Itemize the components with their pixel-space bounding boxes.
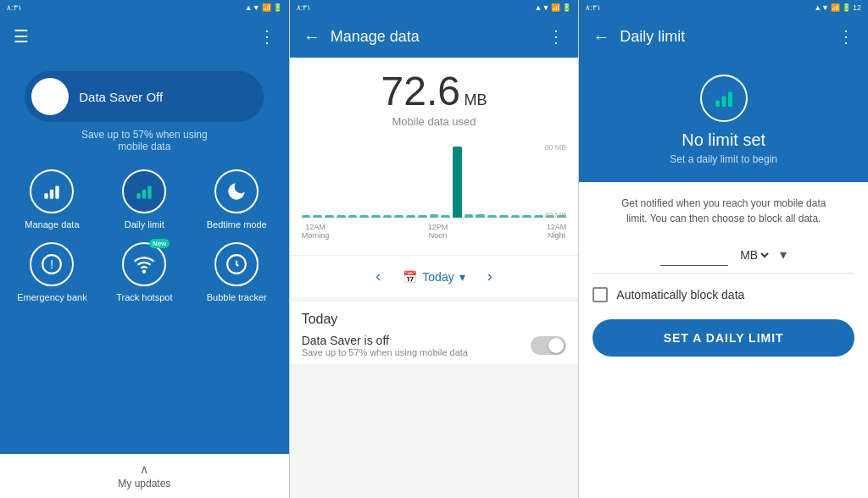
more-options-icon-2[interactable]: ⋮ [544,23,568,50]
bar-3 [325,215,334,218]
hotspot-icon-circle: New [122,242,166,286]
bar-10 [406,215,415,218]
today-button[interactable]: 📅 Today ▾ [403,270,465,284]
auto-block-checkbox[interactable] [593,287,608,302]
prev-date-button[interactable]: ‹ [367,264,389,289]
ds-subtitle: Save up to 57% when using mobile data [302,347,468,357]
daily-limit-icon [133,180,155,202]
bar-8 [383,215,392,218]
status-time-2: ٨:٣١ [297,3,312,12]
bar-6 [359,215,369,218]
grid-item-manage-data[interactable]: Manage data [12,169,92,230]
chart-x-labels: 12AM Morning 12PM Noon 12AM Night [302,219,567,243]
usage-number: 72.6 [381,69,460,113]
back-icon-3[interactable]: ← [589,24,613,50]
notify-text: Get notified when you reach your mobile … [593,196,854,226]
grid-item-bedtime-mode[interactable]: Bedtime mode [197,169,277,230]
bedtime-icon-circle [214,169,259,213]
manage-data-label: Manage data [25,219,79,230]
bar-15 [465,214,474,218]
wifi-icon [133,253,155,275]
my-updates-label: My updates [118,478,170,490]
limit-input-field[interactable] [660,243,728,266]
svg-text:!: ! [50,257,53,272]
auto-block-label: Automatically block data [616,288,744,302]
screen-daily-limit: ٨:٣١ ▲▼ 📶 🔋 12 ← Daily limit ⋮ [579,0,868,498]
bottom-bar[interactable]: ∧ My updates [0,454,289,498]
next-date-button[interactable]: › [479,264,501,289]
usage-chart: 80 MB 40 MB [290,136,579,255]
limit-icon-circle [700,75,748,122]
screen-manage-data: ٨:٣١ ▲▼ 📶 🔋 ← Manage data ⋮ 72.6 MB Mobi… [290,0,580,498]
svg-point-8 [143,271,145,273]
svg-rect-1 [50,190,53,199]
toggle-label: Data Saver Off [79,90,163,104]
status-bar-1: ٨:٣١ ▲▼ 📶 🔋 [0,0,289,15]
toggle-knob [548,338,564,353]
data-saver-toggle[interactable]: Data Saver Off [25,71,264,122]
daily-limit-title: Daily limit [620,28,834,46]
top-bar-2: ← Manage data ⋮ [290,15,579,58]
auto-block-row: Automatically block data [593,287,854,302]
usage-header: 72.6 MB Mobile data used [290,58,579,136]
unit-selector[interactable]: MB GB [737,247,771,263]
svg-rect-3 [137,193,141,199]
x-label-night: 12AM Night [547,223,567,240]
y-label-mid: 40 MB [544,211,566,219]
menu-icon[interactable]: ☰ [10,23,32,50]
emergency-icon-circle: ! [30,242,74,286]
limit-input-row: MB GB ▾ [593,243,854,274]
calendar-icon: 📅 [403,270,417,284]
bar-16 [476,214,485,218]
top-bar-3: ← Daily limit ⋮ [579,15,868,58]
bubble-tracker-icon [225,253,248,275]
daily-limit-icon-circle [122,169,166,213]
status-icons-3: ▲▼ 📶 🔋 12 [814,3,861,12]
y-label-top: 80 MB [544,143,566,152]
svg-rect-5 [148,186,152,199]
daily-limit-body: No limit set Set a daily limit to begin … [579,58,868,498]
bar-21 [534,215,543,218]
bar-18 [499,215,509,218]
grid-item-emergency-bank[interactable]: ! Emergency bank [12,242,92,303]
grid-item-bubble-tracker[interactable]: Bubble tracker [197,242,277,303]
svg-rect-0 [45,193,48,199]
more-options-icon[interactable]: ⋮ [255,23,279,50]
no-limit-subtitle: Set a daily limit to begin [670,153,777,165]
chart-y-labels: 80 MB 40 MB [544,143,566,219]
back-icon-2[interactable]: ← [300,24,324,50]
more-options-icon-3[interactable]: ⋮ [834,23,858,50]
bubble-icon-circle [214,242,259,286]
data-saver-toggle-switch[interactable] [531,336,566,355]
usage-display: 72.6 MB [302,71,567,112]
bar-7 [371,215,381,218]
svg-rect-4 [142,190,146,199]
grid-item-track-hotspot[interactable]: New Track hotspot [104,242,185,303]
status-time-3: ٨:٣١ [586,3,601,12]
data-saver-row: Data Saver is off Save up to 57% when us… [302,334,567,357]
set-daily-limit-button[interactable]: SET A DAILY LIMIT [593,319,854,357]
grid-item-daily-limit[interactable]: Daily limit [104,169,185,230]
hotspot-label: Track hotspot [116,291,172,303]
today-title: Today [302,312,567,327]
bar-12 [430,214,439,218]
bar-20 [522,215,531,218]
bar-9 [394,215,403,218]
unit-chevron-icon: ▾ [780,246,787,263]
top-bar-1: ☰ ⋮ [0,15,289,58]
svg-rect-2 [56,186,59,199]
daily-limit-header: No limit set Set a daily limit to begin [579,58,868,182]
moon-icon [225,180,248,202]
new-badge: New [149,239,170,248]
svg-rect-12 [728,92,732,108]
home-subtitle: Save up to 57% when using mobile data [81,129,208,152]
status-icons-2: ▲▼ 📶 🔋 [535,3,572,12]
manage-data-title: Manage data [331,28,545,46]
chart-bars [302,143,567,219]
bar-19 [511,215,520,218]
home-body: Data Saver Off Save up to 57% when using… [0,58,289,454]
today-label: Today [422,270,453,284]
daily-limit-content: Get notified when you reach your mobile … [579,182,868,498]
x-label-noon: 12PM Noon [428,223,448,240]
bubble-tracker-label: Bubble tracker [207,291,267,303]
